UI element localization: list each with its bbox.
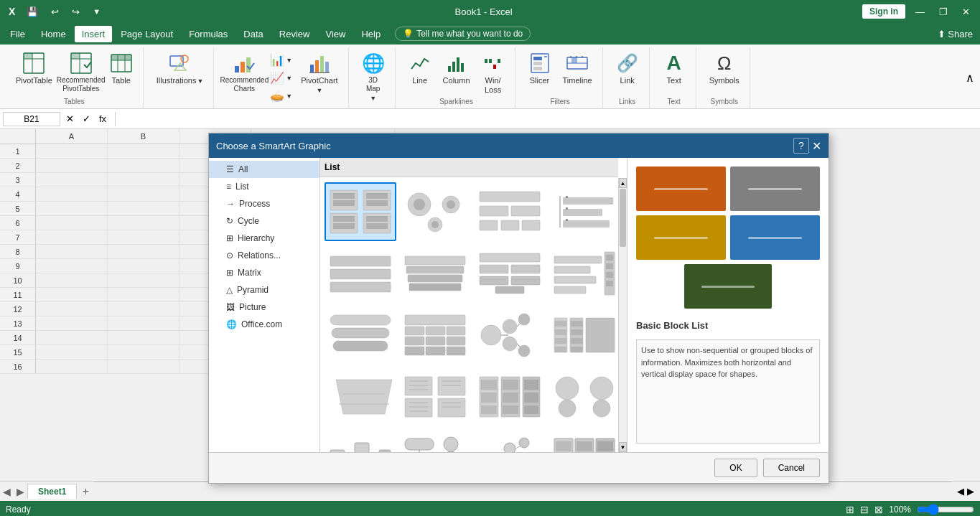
thumb-13[interactable] <box>325 367 396 426</box>
scroll-left-btn[interactable]: ◀ <box>957 486 964 497</box>
col-sparkline-btn[interactable]: Column <box>439 50 475 87</box>
cell-a3[interactable] <box>36 173 108 187</box>
cell-b4[interactable] <box>108 187 179 201</box>
share-button[interactable]: ⬆ Share <box>933 27 977 41</box>
category-all[interactable]: ☰ All <box>209 161 319 178</box>
thumb-14[interactable] <box>399 367 471 426</box>
3d-map-btn[interactable]: 🌐 3DMap ▼ <box>358 50 389 103</box>
undo-quick-btn[interactable]: ↩ <box>47 5 63 19</box>
thumb-8[interactable] <box>549 244 618 303</box>
line-sparkline-btn[interactable]: Line <box>404 50 436 87</box>
cell-a1[interactable] <box>36 144 108 158</box>
zoom-slider[interactable] <box>917 504 974 515</box>
category-list[interactable]: ≡ List <box>209 178 319 195</box>
category-process[interactable]: → Process <box>209 195 319 212</box>
dialog-help-btn[interactable]: ? <box>793 138 809 154</box>
tell-me-box[interactable]: 💡 Tell me what you want to do <box>395 27 531 41</box>
thumb-2[interactable] <box>399 182 471 241</box>
cell-a12[interactable] <box>36 302 108 316</box>
cell-b2[interactable] <box>108 159 179 172</box>
cell-a5[interactable] <box>36 202 108 215</box>
thumb-20[interactable] <box>549 429 618 452</box>
formula-input[interactable] <box>121 112 977 126</box>
cell-a16[interactable] <box>36 360 108 373</box>
category-relations[interactable]: ⊙ Relations... <box>209 247 319 264</box>
enter-formula-btn[interactable]: ✓ <box>80 112 93 126</box>
scroll-right-btn[interactable]: ▶ <box>967 486 974 497</box>
timeline-btn[interactable]: Timeline <box>559 50 597 87</box>
redo-quick-btn[interactable]: ↪ <box>67 5 84 19</box>
signin-button[interactable]: Sign in <box>862 4 905 19</box>
cell-a7[interactable] <box>36 230 108 244</box>
cell-b8[interactable] <box>108 245 179 258</box>
scroll-sheets-right-btn[interactable]: ▶ <box>14 486 27 497</box>
thumb-11[interactable] <box>474 306 546 365</box>
cell-a11[interactable] <box>36 288 108 301</box>
cell-a15[interactable] <box>36 345 108 359</box>
pie-chart-btn[interactable]: 🥧 ▼ <box>269 88 294 104</box>
menu-page-layout[interactable]: Page Layout <box>113 26 180 42</box>
thumb-18[interactable] <box>399 429 471 452</box>
sheet-tab-sheet1[interactable]: Sheet1 <box>27 484 77 499</box>
scroll-down-btn[interactable]: ▼ <box>619 442 627 452</box>
cell-b12[interactable] <box>108 302 179 316</box>
recommended-charts-btn[interactable]: RecommendedCharts <box>223 50 266 95</box>
customize-quick-btn[interactable]: ▼ <box>88 6 105 17</box>
symbols-btn[interactable]: Ω Symbols <box>705 50 744 87</box>
cell-b11[interactable] <box>108 288 179 301</box>
cell-reference-box[interactable] <box>3 112 60 126</box>
close-btn[interactable]: ✕ <box>958 5 974 19</box>
cell-a8[interactable] <box>36 245 108 258</box>
cell-b1[interactable] <box>108 144 179 158</box>
cell-b14[interactable] <box>108 331 179 344</box>
thumb-17[interactable] <box>325 429 396 452</box>
menu-view[interactable]: View <box>318 26 353 42</box>
category-office-com[interactable]: 🌐 Office.com <box>209 316 319 333</box>
thumb-basic-block-list[interactable] <box>325 182 396 241</box>
cell-b3[interactable] <box>108 173 179 187</box>
category-cycle[interactable]: ↻ Cycle <box>209 212 319 230</box>
smartart-dialog[interactable]: Choose a SmartArt Graphic ? ✕ ☰ All ≡ Li… <box>208 133 829 484</box>
cell-a10[interactable] <box>36 273 108 287</box>
menu-file[interactable]: File <box>3 26 32 42</box>
thumb-12[interactable] <box>549 306 618 365</box>
cell-a2[interactable] <box>36 159 108 172</box>
cancel-formula-btn[interactable]: ✕ <box>63 112 77 126</box>
category-pyramid[interactable]: △ Pyramid <box>209 281 319 299</box>
pivot-table-btn[interactable]: PivotTable <box>11 50 57 87</box>
add-sheet-btn[interactable]: + <box>77 484 94 499</box>
category-hierarchy[interactable]: ⊞ Hierarchy <box>209 230 319 247</box>
scroll-sheets-left-btn[interactable]: ◀ <box>0 486 14 497</box>
menu-home[interactable]: Home <box>34 26 73 42</box>
thumb-5[interactable] <box>325 244 396 303</box>
line-chart-btn[interactable]: 📈 ▼ <box>269 70 294 86</box>
category-picture[interactable]: 🖼 Picture <box>209 299 319 316</box>
dialog-cancel-btn[interactable]: Cancel <box>763 459 820 477</box>
thumb-4[interactable] <box>549 182 618 241</box>
thumb-15[interactable] <box>474 367 546 426</box>
page-break-view-btn[interactable]: ⊠ <box>874 504 883 515</box>
cell-b15[interactable] <box>108 345 179 359</box>
cell-a13[interactable] <box>36 316 108 330</box>
dialog-ok-btn[interactable]: OK <box>714 459 757 477</box>
menu-help[interactable]: Help <box>354 26 388 42</box>
save-quick-btn[interactable]: 💾 <box>22 5 42 19</box>
cell-b16[interactable] <box>108 360 179 373</box>
winloss-sparkline-btn[interactable]: Win/Loss <box>477 50 509 96</box>
cell-b13[interactable] <box>108 316 179 330</box>
menu-data[interactable]: Data <box>236 26 270 42</box>
minimize-btn[interactable]: — <box>911 5 929 19</box>
thumb-6[interactable] <box>399 244 471 303</box>
table-btn[interactable]: Table <box>106 50 137 87</box>
cell-b7[interactable] <box>108 230 179 244</box>
thumb-19[interactable] <box>474 429 546 452</box>
thumb-10[interactable] <box>399 306 471 365</box>
link-btn[interactable]: 🔗 Link <box>612 50 643 87</box>
menu-formulas[interactable]: Formulas <box>182 26 235 42</box>
thumb-9[interactable] <box>325 306 396 365</box>
cell-b9[interactable] <box>108 259 179 273</box>
column-chart-btn[interactable]: 📊 ▼ <box>269 52 294 68</box>
thumb-7[interactable] <box>474 244 546 303</box>
page-layout-view-btn[interactable]: ⊟ <box>860 504 869 515</box>
cell-a6[interactable] <box>36 216 108 230</box>
